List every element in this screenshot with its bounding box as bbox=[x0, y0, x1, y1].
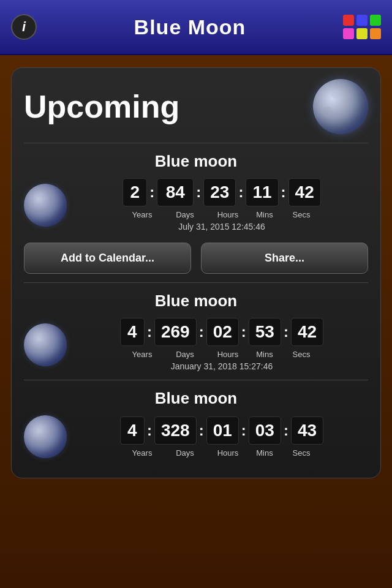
event-date-1: July 31, 2015 12:45:46 bbox=[75, 222, 368, 232]
sep-1a: : bbox=[147, 184, 157, 201]
event-section-2: Blue moon 4 : 269 : 02 : 53 : 42 bbox=[24, 292, 368, 371]
label-secs-1: Secs bbox=[289, 210, 314, 219]
divider-2 bbox=[24, 282, 368, 283]
btn-row: Add to Calendar... Share... bbox=[24, 243, 368, 274]
days-3: 328 bbox=[154, 417, 197, 445]
mins-3: 03 bbox=[249, 417, 281, 445]
countdown-3: 4 : 328 : 01 : 03 : 43 Years Days bbox=[75, 417, 368, 458]
sep-1c: : bbox=[236, 184, 246, 201]
color-cell-3[interactable] bbox=[370, 15, 381, 26]
secs-2: 42 bbox=[291, 318, 323, 346]
hours-3: 01 bbox=[206, 417, 239, 445]
hours-1: 23 bbox=[203, 178, 236, 206]
countdown-2: 4 : 269 : 02 : 53 : 42 Years Days bbox=[75, 318, 368, 371]
label-years-1: Years bbox=[130, 210, 154, 219]
event-date-2: January 31, 2018 15:27:46 bbox=[75, 361, 368, 371]
event-title-2: Blue moon bbox=[24, 292, 368, 311]
color-cell-4[interactable] bbox=[343, 28, 354, 39]
sep-3d: : bbox=[281, 422, 291, 439]
countdown-display-2: 4 : 269 : 02 : 53 : 42 bbox=[75, 318, 368, 346]
info-icon: i bbox=[22, 19, 26, 35]
color-cell-2[interactable] bbox=[356, 15, 368, 26]
moon-image-1 bbox=[24, 184, 67, 227]
upcoming-header: Upcoming bbox=[24, 79, 368, 134]
app-header: i Blue Moon bbox=[0, 0, 392, 55]
app-title: Blue Moon bbox=[134, 15, 246, 39]
secs-3: 43 bbox=[291, 417, 323, 445]
sep-3a: : bbox=[145, 422, 154, 439]
label-hours-1: Hours bbox=[216, 210, 240, 219]
label-secs-3: Secs bbox=[289, 448, 314, 458]
countdown-display-3: 4 : 328 : 01 : 03 : 43 bbox=[75, 417, 368, 445]
years-1: 2 bbox=[123, 178, 147, 206]
color-cell-1[interactable] bbox=[343, 15, 354, 26]
label-hours-3: Hours bbox=[216, 448, 240, 458]
event-title-1: Blue moon bbox=[24, 152, 368, 171]
color-grid[interactable] bbox=[343, 15, 381, 39]
label-mins-2: Mins bbox=[252, 350, 277, 359]
event-row-1: 2 : 84 : 23 : 11 : 42 Years Days bbox=[24, 178, 368, 232]
divider-1 bbox=[24, 143, 368, 143]
mins-2: 53 bbox=[249, 318, 281, 346]
main-card: Upcoming Blue moon 2 : 84 : 23 : 11 bbox=[11, 67, 381, 478]
sep-2d: : bbox=[281, 323, 291, 341]
event-row-2: 4 : 269 : 02 : 53 : 42 Years Days bbox=[24, 318, 368, 371]
event-section-3: Blue moon 4 : 328 : 01 : 03 : 43 bbox=[24, 389, 368, 458]
event-row-3: 4 : 328 : 01 : 03 : 43 Years Days bbox=[24, 415, 368, 458]
sep-2c: : bbox=[239, 323, 249, 341]
sep-2b: : bbox=[197, 323, 206, 341]
hours-2: 02 bbox=[206, 318, 239, 346]
event-title-3: Blue moon bbox=[24, 389, 368, 408]
label-days-3: Days bbox=[167, 448, 203, 458]
color-cell-5[interactable] bbox=[356, 28, 368, 39]
secs-1: 42 bbox=[288, 178, 321, 206]
label-years-2: Years bbox=[130, 350, 154, 359]
sep-1d: : bbox=[279, 184, 288, 201]
moon-image-2 bbox=[24, 323, 67, 366]
countdown-labels-1: Years Days Hours Mins Secs bbox=[75, 210, 368, 219]
upcoming-title: Upcoming bbox=[24, 88, 179, 125]
moon-image-3 bbox=[24, 415, 67, 458]
countdown-1: 2 : 84 : 23 : 11 : 42 Years Days bbox=[75, 178, 368, 232]
countdown-labels-3: Years Days Hours Mins Secs bbox=[75, 448, 368, 458]
moon-image-large bbox=[313, 79, 368, 134]
label-mins-1: Mins bbox=[252, 210, 277, 219]
main-content: Upcoming Blue moon 2 : 84 : 23 : 11 bbox=[0, 55, 392, 491]
countdown-labels-2: Years Days Hours Mins Secs bbox=[75, 350, 368, 359]
label-secs-2: Secs bbox=[289, 350, 314, 359]
mins-1: 11 bbox=[246, 178, 278, 206]
years-2: 4 bbox=[120, 318, 145, 346]
label-mins-3: Mins bbox=[252, 448, 277, 458]
event-section-1: Blue moon 2 : 84 : 23 : 11 : 42 bbox=[24, 152, 368, 232]
sep-3c: : bbox=[239, 422, 249, 439]
countdown-display-1: 2 : 84 : 23 : 11 : 42 bbox=[75, 178, 368, 206]
years-3: 4 bbox=[120, 417, 145, 445]
days-2: 269 bbox=[154, 318, 197, 346]
label-hours-2: Hours bbox=[216, 350, 240, 359]
label-years-3: Years bbox=[130, 448, 154, 458]
label-days-2: Days bbox=[167, 350, 203, 359]
info-button[interactable]: i bbox=[11, 14, 37, 40]
sep-1b: : bbox=[194, 184, 203, 201]
days-1: 84 bbox=[157, 178, 194, 206]
divider-3 bbox=[24, 380, 368, 380]
sep-3b: : bbox=[197, 422, 206, 439]
color-cell-6[interactable] bbox=[370, 28, 381, 39]
label-days-1: Days bbox=[167, 210, 203, 219]
add-calendar-button[interactable]: Add to Calendar... bbox=[24, 243, 191, 274]
sep-2a: : bbox=[145, 323, 154, 341]
share-button[interactable]: Share... bbox=[201, 243, 368, 274]
